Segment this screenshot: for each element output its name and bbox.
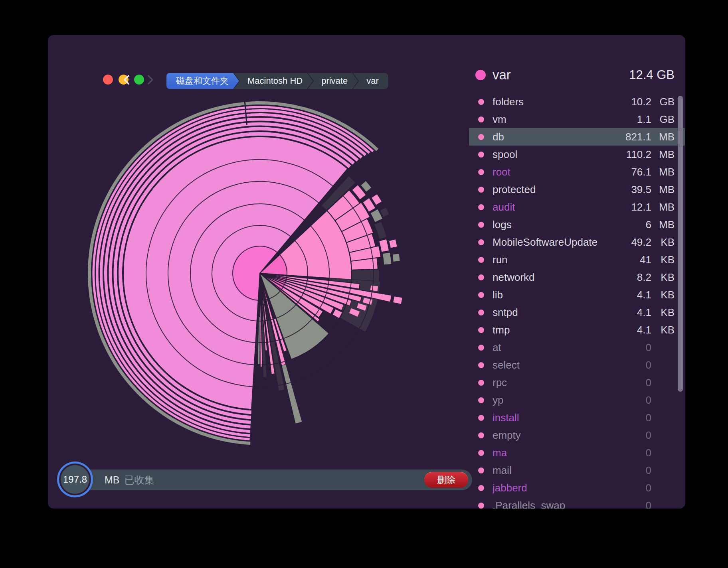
list-item-root[interactable]: root76.1MB (469, 163, 685, 181)
list-item-install[interactable]: install0 (469, 409, 685, 426)
item-name: sntpd (493, 306, 518, 319)
list-item-tmp[interactable]: tmp4.1KB (469, 321, 685, 339)
list-item-rpc[interactable]: rpc0 (469, 374, 685, 391)
item-name: MobileSoftwareUpdate (493, 236, 597, 248)
list-item-spool[interactable]: spool110.2MB (469, 146, 685, 163)
item-name: select (493, 359, 520, 371)
folder-color-dot (478, 99, 484, 105)
item-size: 8.2 (615, 271, 651, 284)
collected-bar: MB已收集 (80, 469, 472, 490)
list-item-select[interactable]: select0 (469, 356, 685, 374)
breadcrumb-item-1[interactable]: 磁盘和文件夹 (166, 73, 239, 89)
folder-color-dot (478, 152, 484, 158)
item-size: 0 (615, 377, 651, 389)
app-window: 磁盘和文件夹Macintosh HDprivatevar var 12.4 GB… (48, 35, 685, 509)
item-size-unit: GB (651, 96, 675, 108)
folder-color-dot (478, 327, 484, 333)
folder-color-dot (478, 345, 484, 351)
item-size: 0 (615, 482, 651, 494)
item-size: 41 (615, 254, 651, 266)
item-name: lib (493, 289, 503, 301)
folder-color-dot (478, 467, 484, 473)
item-size-unit: GB (651, 113, 675, 126)
item-name: logs (493, 219, 512, 231)
item-size-unit: MB (651, 183, 675, 196)
collected-text: 已收集 (125, 474, 154, 485)
item-size: 12.1 (615, 201, 651, 213)
folder-color-dot (478, 450, 484, 456)
item-size: 0 (615, 429, 651, 442)
item-size-unit: KB (651, 236, 675, 248)
folder-color-dot (478, 239, 484, 245)
item-name: jabberd (493, 482, 527, 494)
list-item-folders[interactable]: folders10.2GB (469, 93, 685, 110)
list-item-at[interactable]: at0 (469, 339, 685, 356)
folder-color-dot (478, 187, 484, 193)
item-size: 76.1 (615, 166, 651, 178)
list-item-empty[interactable]: empty0 (469, 426, 685, 444)
folder-list: folders10.2GBvm1.1GBdb821.1MBspool110.2M… (48, 35, 685, 509)
list-item-protected[interactable]: protected39.5MB (469, 181, 685, 198)
list-item-mail[interactable]: mail0 (469, 461, 685, 479)
folder-color-dot (478, 415, 484, 421)
list-item-jabberd[interactable]: jabberd0 (469, 479, 685, 497)
item-size-unit: MB (651, 131, 675, 143)
list-item-networkd[interactable]: networkd8.2KB (469, 268, 685, 286)
item-name: ma (493, 447, 507, 459)
list-item-vm[interactable]: vm1.1GB (469, 110, 685, 128)
item-name: audit (493, 201, 515, 213)
folder-color-dot (478, 380, 484, 386)
list-item-run[interactable]: run41KB (469, 251, 685, 268)
item-size: 110.2 (615, 148, 651, 161)
item-size: 821.1 (615, 131, 651, 143)
list-item-db[interactable]: db821.1MB (469, 128, 685, 146)
folder-color-dot (478, 222, 484, 228)
folder-color-dot (478, 292, 484, 298)
list-item-MobileSoftwareUpdate[interactable]: MobileSoftwareUpdate49.2KB (469, 233, 685, 251)
item-size: 0 (615, 447, 651, 459)
folder-color-dot (478, 257, 484, 263)
collected-label: MB已收集 (105, 473, 154, 487)
folder-color-dot (478, 485, 484, 491)
list-item-lib[interactable]: lib4.1KB (469, 286, 685, 304)
item-name: spool (493, 148, 517, 161)
item-size: 10.2 (615, 96, 651, 108)
item-size: 49.2 (615, 236, 651, 248)
item-size-unit: KB (651, 254, 675, 266)
item-size: 0 (615, 394, 651, 406)
item-size-unit: MB (651, 201, 675, 213)
item-name: install (493, 412, 519, 424)
item-size-unit: KB (651, 289, 675, 301)
list-item-ma[interactable]: ma0 (469, 444, 685, 461)
scrollbar-thumb[interactable] (678, 96, 683, 392)
item-size-unit: KB (651, 271, 675, 284)
item-name: folders (493, 96, 524, 108)
item-name: root (493, 166, 510, 178)
item-name: tmp (493, 324, 510, 336)
item-size: 0 (615, 464, 651, 477)
item-name: networkd (493, 271, 535, 284)
folder-color-dot (478, 116, 484, 122)
folder-color-dot (478, 432, 484, 438)
item-name: at (493, 341, 501, 354)
folder-color-dot (478, 274, 484, 280)
list-item-sntpd[interactable]: sntpd4.1KB (469, 304, 685, 321)
item-name: vm (493, 113, 506, 126)
breadcrumb-item-2[interactable]: Macintosh HD (234, 73, 313, 89)
folder-color-dot (478, 134, 484, 140)
breadcrumb: 磁盘和文件夹Macintosh HDprivatevar (166, 73, 388, 89)
breadcrumb-item-3[interactable]: private (308, 73, 358, 89)
item-name: db (493, 131, 504, 143)
item-name: empty (493, 429, 521, 442)
list-item-audit[interactable]: audit12.1MB (469, 198, 685, 216)
delete-button[interactable]: 删除 (424, 472, 468, 488)
item-size: 6 (615, 219, 651, 231)
item-size: 4.1 (615, 306, 651, 319)
collected-amount-badge: 197.8 (61, 465, 89, 494)
item-name: mail (493, 464, 512, 477)
item-size: 39.5 (615, 183, 651, 196)
list-item-yp[interactable]: yp0 (469, 391, 685, 409)
list-item-logs[interactable]: logs6MB (469, 216, 685, 233)
item-name: .Parallels_swap (493, 499, 565, 509)
list-item--Parallels-swap[interactable]: .Parallels_swap0 (469, 497, 685, 509)
